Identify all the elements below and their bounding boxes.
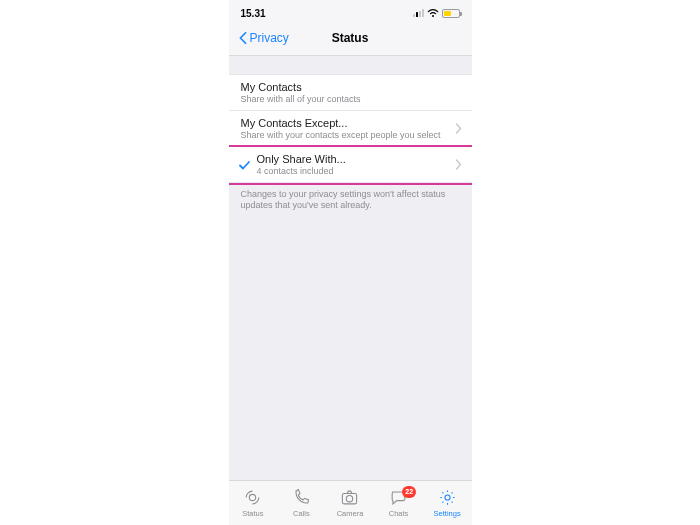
tab-label: Calls (293, 509, 310, 518)
status-icon (243, 488, 262, 507)
option-title: My Contacts Except... (241, 117, 460, 129)
option-my-contacts[interactable]: My Contacts Share with all of your conta… (229, 74, 472, 111)
option-subtitle: Share with all of your contacts (241, 94, 460, 104)
gear-icon (438, 488, 457, 507)
footer-note: Changes to your privacy settings won't a… (229, 183, 472, 218)
chevron-left-icon (238, 31, 248, 45)
phone-screen: 15.31 Privacy Status My Contacts Share w… (229, 0, 472, 525)
tab-calls[interactable]: Calls (279, 488, 324, 518)
options-group: My Contacts Share with all of your conta… (229, 74, 472, 183)
option-subtitle: Share with your contacts except people y… (241, 130, 460, 140)
content-area: My Contacts Share with all of your conta… (229, 56, 472, 525)
svg-point-0 (250, 494, 256, 500)
tab-label: Settings (434, 509, 461, 518)
option-title: My Contacts (241, 81, 460, 93)
clock: 15.31 (241, 8, 266, 19)
checkmark-icon (239, 156, 250, 174)
svg-point-3 (445, 495, 450, 500)
chevron-right-icon (455, 156, 462, 174)
tab-settings[interactable]: Settings (425, 488, 470, 518)
tab-camera[interactable]: Camera (327, 488, 372, 518)
cellular-icon (413, 9, 424, 17)
option-only-share-with[interactable]: Only Share With... 4 contacts included (229, 147, 472, 183)
tab-label: Status (242, 509, 263, 518)
battery-icon (442, 9, 460, 18)
phone-icon (292, 488, 311, 507)
tab-label: Camera (337, 509, 364, 518)
back-button[interactable]: Privacy (229, 31, 289, 45)
option-my-contacts-except[interactable]: My Contacts Except... Share with your co… (229, 111, 472, 147)
chevron-right-icon (455, 120, 462, 138)
wifi-icon (427, 8, 439, 19)
camera-icon (340, 488, 359, 507)
ios-status-bar: 15.31 (229, 0, 472, 20)
back-label: Privacy (250, 31, 289, 45)
tab-status[interactable]: Status (230, 488, 275, 518)
tab-bar: Status Calls Camera 22 Chats Settings (229, 480, 472, 525)
badge: 22 (402, 486, 416, 498)
status-indicators (413, 8, 460, 19)
option-title: Only Share With... (257, 153, 460, 165)
navigation-bar: Privacy Status (229, 20, 472, 56)
tab-chats[interactable]: 22 Chats (376, 488, 421, 518)
option-subtitle: 4 contacts included (257, 166, 460, 176)
tab-label: Chats (389, 509, 409, 518)
svg-point-2 (347, 496, 353, 502)
